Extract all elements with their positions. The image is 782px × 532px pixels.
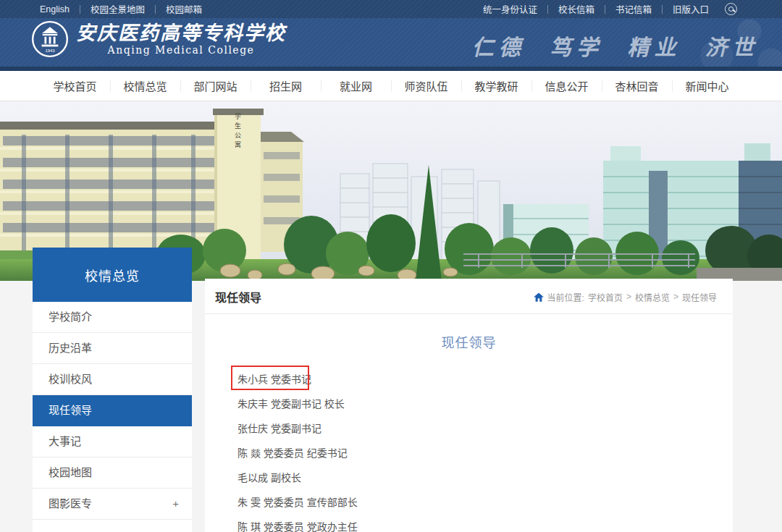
leader-link[interactable]: 张仕庆 党委副书记	[237, 423, 321, 434]
nav-item-faculty[interactable]: 师资队伍	[391, 71, 461, 101]
nav-item-news-center[interactable]: 新闻中心	[672, 71, 742, 101]
nav-item-teaching[interactable]: 教学教研	[461, 71, 531, 101]
sidebar-item-school-intro[interactable]: 学校简介	[33, 302, 192, 333]
leader-row: 朱小兵 党委书记	[237, 367, 733, 392]
article-title: 现任领导	[205, 332, 733, 351]
leader-link[interactable]: 朱 雯 党委委员 宣传部部长	[237, 497, 358, 508]
leader-link[interactable]: 朱庆丰 党委副书记 校长	[237, 398, 345, 410]
leader-row: 陈 燚 党委委员 纪委书记	[237, 441, 733, 465]
site-header: 1943 安庆医药高等专科学校 Anqing Medical College 仁…	[0, 18, 782, 67]
top-utility-bar: English 校园全景地图 校园邮箱 统一身份认证 校长信箱 书记信箱 旧版入…	[0, 0, 782, 18]
link-secretary-mailbox[interactable]: 书记信箱	[615, 2, 652, 16]
home-icon	[534, 292, 544, 302]
nav-item-info-disclosure[interactable]: 信息公开	[531, 71, 602, 101]
divider	[155, 5, 156, 14]
sidebar-item-history[interactable]: 历史沿革	[33, 333, 192, 364]
leader-row: 陈 琪 党委委员 党政办主任	[237, 515, 733, 532]
page-title: 现任领导	[215, 288, 261, 305]
school-motto: 仁德 笃学 精业 济世	[472, 30, 759, 62]
breadcrumb-separator: >	[673, 292, 678, 302]
nav-item-school-overview[interactable]: 校情总览	[110, 71, 180, 101]
sidebar-item-current-leadership[interactable]: 现任领导	[33, 395, 192, 426]
sidebar-item-campus-map[interactable]: 校园地图	[33, 457, 192, 489]
sidebar-partial-item	[33, 520, 192, 532]
sidebar-item-milestones[interactable]: 大事记	[33, 426, 192, 457]
content-header: 现任领导 当前位置: 学校首页 > 校情总览 > 现任领导	[205, 279, 733, 314]
sidebar-menu: 学校简介 历史沿革 校训校风 现任领导 大事记 校园地图 图影医专 +	[33, 302, 192, 532]
sidebar-title: 校情总览	[33, 248, 192, 302]
divider	[662, 5, 663, 14]
divider	[547, 5, 548, 14]
breadcrumb-separator: >	[626, 292, 631, 302]
link-old-version[interactable]: 旧版入口	[673, 2, 709, 16]
breadcrumb: 当前位置: 学校首页 > 校情总览 > 现任领导	[534, 291, 717, 303]
breadcrumb-prefix: 当前位置:	[547, 291, 584, 303]
nav-item-admissions[interactable]: 招生网	[251, 71, 321, 101]
brand[interactable]: 1943 安庆医药高等专科学校 Anqing Medical College	[31, 20, 286, 58]
leader-link[interactable]: 朱小兵 党委书记	[237, 373, 311, 385]
sidebar-item-photo-gallery[interactable]: 图影医专 +	[33, 489, 192, 520]
school-seal-logo: 1943	[31, 20, 69, 58]
nav-item-departments[interactable]: 部门网站	[180, 71, 251, 101]
leaders-list: 朱小兵 党委书记 朱庆丰 党委副书记 校长 张仕庆 党委副书记 陈 燚 党委委员…	[237, 367, 733, 532]
main-nav: 学校首页 校情总览 部门网站 招生网 就业网 师资队伍 教学教研 信息公开 杏林…	[0, 71, 782, 101]
divider	[80, 5, 80, 14]
sidebar-item-motto[interactable]: 校训校风	[33, 364, 192, 395]
expand-plus-icon[interactable]: +	[172, 489, 179, 519]
divider	[605, 5, 605, 14]
leader-row: 朱庆丰 党委副书记 校长	[237, 392, 733, 416]
link-campus-panorama-map[interactable]: 校园全景地图	[91, 2, 145, 16]
link-unified-identity[interactable]: 统一身份认证	[483, 2, 537, 16]
page: English 校园全景地图 校园邮箱 统一身份认证 校长信箱 书记信箱 旧版入…	[0, 0, 782, 532]
nav-item-home[interactable]: 学校首页	[40, 71, 110, 101]
leader-row: 毛以成 副校长	[237, 465, 733, 490]
school-name-en: Anqing Medical College	[76, 44, 286, 56]
nav-item-employment[interactable]: 就业网	[321, 71, 391, 101]
school-name-zh: 安庆医药高等专科学校	[76, 23, 286, 43]
leader-link[interactable]: 毛以成 副校长	[237, 472, 301, 484]
nav-item-xinglin-echo[interactable]: 杏林回音	[602, 71, 672, 101]
link-campus-mail[interactable]: 校园邮箱	[166, 2, 202, 16]
breadcrumb-current: 现任领导	[682, 291, 717, 303]
leader-row: 张仕庆 党委副书记	[237, 416, 733, 441]
breadcrumb-home[interactable]: 学校首页	[588, 291, 623, 303]
sidebar-item-label: 图影医专	[49, 497, 92, 510]
sidebar-title-label: 校情总览	[85, 266, 140, 284]
seal-year-text: 1943	[45, 48, 55, 53]
link-english[interactable]: English	[40, 4, 70, 14]
leader-link[interactable]: 陈 琪 党委委员 党政办主任	[237, 521, 358, 532]
breadcrumb-overview[interactable]: 校情总览	[635, 291, 670, 303]
search-icon[interactable]	[725, 3, 737, 15]
content-panel: 现任领导 当前位置: 学校首页 > 校情总览 > 现任领导 现任领导 朱小兵 党…	[205, 279, 733, 532]
leader-row: 朱 雯 党委委员 宣传部部长	[237, 490, 733, 515]
link-president-mailbox[interactable]: 校长信箱	[558, 2, 594, 16]
leader-link[interactable]: 陈 燚 党委委员 纪委书记	[237, 447, 348, 459]
dorm-building-label: 学生公寓	[233, 113, 243, 151]
